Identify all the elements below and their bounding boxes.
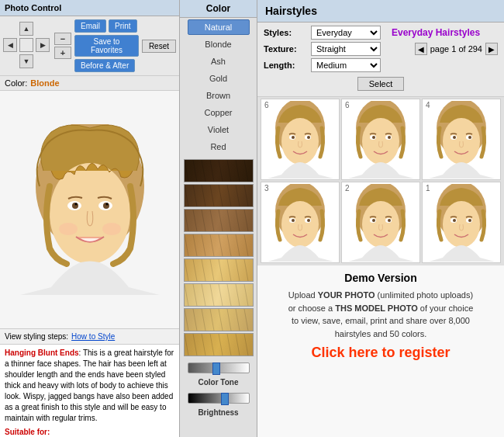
- svg-point-7: [105, 203, 108, 206]
- texture-label: Texture:: [264, 44, 306, 54]
- hair-swatch-3[interactable]: [184, 234, 254, 257]
- prev-page-btn[interactable]: ◀: [415, 43, 427, 55]
- thumbnail-number-3: 3: [264, 184, 269, 192]
- thumbnail-item-0[interactable]: 6: [261, 99, 340, 180]
- brightness-thumb[interactable]: [221, 393, 229, 405]
- thumbnail-item-1[interactable]: 6: [341, 99, 420, 180]
- color-option-gold[interactable]: Gold: [188, 71, 250, 86]
- color-tone-label: Color Tone: [198, 378, 238, 387]
- thumbnail-number-4: 2: [345, 184, 350, 192]
- color-option-blonde[interactable]: Blonde: [188, 36, 250, 52]
- svg-point-36: [292, 219, 295, 222]
- styling-steps-row: View styling steps: How to Style: [0, 328, 179, 344]
- color-panel-header: Color: [180, 0, 257, 18]
- styles-row: Styles: Everyday Formal Casual Party Eve…: [264, 26, 498, 40]
- thumbnails-grid: 6 6 4: [257, 97, 504, 265]
- brightness-label: Brightness: [198, 408, 238, 417]
- color-option-red[interactable]: Red: [188, 139, 250, 154]
- hair-swatch-1[interactable]: [184, 184, 254, 207]
- page-info: page 1 of 294: [430, 44, 482, 54]
- nav-up-btn[interactable]: ▲: [19, 22, 33, 36]
- svg-point-50: [453, 219, 456, 222]
- toolbar-row-1: Email Print: [74, 19, 139, 33]
- select-button[interactable]: Select: [357, 77, 405, 91]
- nav-left-btn[interactable]: ◀: [3, 38, 17, 52]
- hair-swatch-2[interactable]: [184, 209, 254, 232]
- zoom-btns: − +: [54, 33, 71, 59]
- hairstyles-controls: Styles: Everyday Formal Casual Party Eve…: [257, 23, 504, 97]
- color-display-row: Color: Blonde: [0, 76, 179, 91]
- demo-section: Demo Version Upload YOUR PHOTO (unlimite…: [257, 265, 504, 367]
- svg-point-23: [388, 136, 391, 139]
- right-toolbar: Email Print Save to Favorites Before & A…: [74, 19, 139, 72]
- thumbnail-item-3[interactable]: 3: [261, 182, 340, 263]
- hair-swatch-0[interactable]: [184, 159, 254, 182]
- svg-point-8: [59, 223, 78, 235]
- hair-swatch-7[interactable]: [184, 333, 254, 356]
- thumbnail-svg-5: [429, 184, 495, 262]
- color-tone-slider-container: Color Tone: [184, 362, 254, 387]
- thumbnail-number-2: 4: [426, 101, 430, 109]
- description-area: Hanging Blunt Ends: This is a great hair…: [0, 344, 179, 437]
- zoom-out-btn[interactable]: −: [54, 33, 71, 45]
- svg-point-51: [468, 219, 471, 222]
- photo-area: [0, 91, 179, 328]
- brightness-track[interactable]: [188, 393, 250, 404]
- everyday-hairstyles-label: Everyday Hairstyles: [392, 27, 480, 38]
- color-tone-track[interactable]: [188, 362, 250, 373]
- hair-swatch-5[interactable]: [184, 283, 254, 307]
- thumbnail-number-1: 6: [345, 101, 350, 109]
- svg-point-9: [102, 223, 121, 235]
- zoom-in-btn[interactable]: +: [54, 47, 71, 59]
- length-select[interactable]: Short Medium Long: [311, 58, 381, 72]
- styles-select[interactable]: Everyday Formal Casual Party: [311, 26, 381, 40]
- color-option-violet[interactable]: Violet: [188, 122, 250, 137]
- thumbnail-item-4[interactable]: 2: [341, 182, 420, 263]
- demo-title: Demo Version: [270, 272, 492, 284]
- svg-point-29: [453, 136, 456, 139]
- hair-swatch-6[interactable]: [184, 308, 254, 331]
- middle-panel: Color NaturalBlondeAshGoldBrownCopperVio…: [180, 0, 257, 437]
- thumbnail-number-5: 1: [426, 184, 430, 192]
- thumbnail-svg-2: [429, 101, 495, 179]
- thumbnail-item-2[interactable]: 4: [422, 99, 501, 180]
- hair-swatches-list: [184, 159, 254, 356]
- color-option-brown[interactable]: Brown: [188, 88, 250, 103]
- texture-select[interactable]: Straight Wavy Curly: [311, 42, 381, 56]
- favorites-button[interactable]: Save to Favorites: [74, 35, 139, 57]
- color-display-label: Color:: [5, 78, 27, 88]
- thumbnail-item-5[interactable]: 1: [422, 182, 501, 263]
- toolbar-row-2: Save to Favorites: [74, 35, 139, 57]
- hair-swatch-4[interactable]: [184, 258, 254, 282]
- right-panel: Hairstyles Styles: Everyday Formal Casua…: [257, 0, 504, 437]
- nav-right-btn[interactable]: ▶: [36, 38, 50, 52]
- thumbnail-svg-3: [268, 184, 333, 262]
- color-option-natural[interactable]: Natural: [188, 19, 250, 35]
- nav-arrows: ▲ ◀ ▶ ▼: [3, 22, 51, 70]
- print-button[interactable]: Print: [109, 19, 137, 33]
- length-control-line: Length: Short Medium Long: [264, 58, 498, 72]
- svg-point-44: [388, 219, 391, 222]
- svg-point-15: [292, 136, 295, 139]
- color-option-copper[interactable]: Copper: [188, 105, 250, 120]
- photo-control-header: Photo Control: [0, 0, 179, 16]
- color-option-ash[interactable]: Ash: [188, 54, 250, 69]
- texture-pagination-row: Texture: Straight Wavy Curly ◀ page 1 of…: [264, 42, 498, 56]
- svg-point-6: [74, 203, 77, 206]
- svg-point-43: [372, 219, 375, 222]
- before-after-button[interactable]: Before & After: [74, 59, 135, 72]
- suitable-for-label: Suitable for:: [5, 427, 174, 437]
- photo-control-toolbar: ▲ ◀ ▶ ▼ − + Email Print Save to Favorite…: [0, 16, 179, 76]
- length-label: Length:: [264, 61, 306, 70]
- next-page-btn[interactable]: ▶: [485, 43, 498, 55]
- model-face-svg: [20, 124, 160, 295]
- svg-point-19: [362, 118, 399, 165]
- svg-point-16: [307, 136, 310, 139]
- svg-point-12: [281, 118, 319, 165]
- reset-button[interactable]: Reset: [142, 40, 176, 53]
- color-tone-thumb[interactable]: [212, 362, 220, 375]
- nav-down-btn[interactable]: ▼: [19, 54, 33, 68]
- how-to-style-link[interactable]: How to Style: [71, 332, 115, 341]
- register-link[interactable]: Click here to register: [311, 345, 450, 360]
- email-button[interactable]: Email: [74, 19, 106, 33]
